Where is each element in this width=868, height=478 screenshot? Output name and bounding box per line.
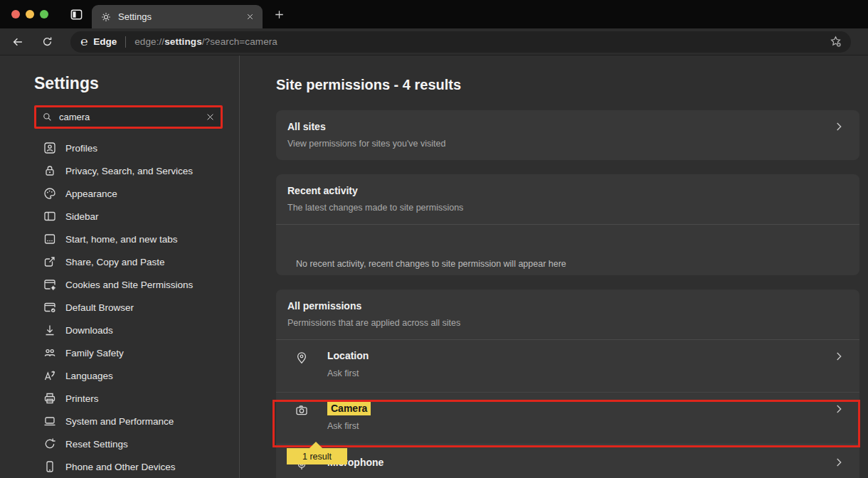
address-bar[interactable]: ℮ Edge edge://settings/?search=camera bbox=[70, 31, 851, 53]
edge-logo-icon: ℮ bbox=[80, 36, 88, 48]
phone-devices-icon bbox=[43, 460, 57, 474]
window-controls bbox=[11, 10, 48, 18]
all-permissions-card: All permissions Permissions that are app… bbox=[276, 290, 859, 478]
recent-activity-subtitle: The latest changes made to site permissi… bbox=[287, 203, 848, 213]
search-input[interactable] bbox=[59, 112, 199, 122]
reload-icon[interactable] bbox=[41, 36, 53, 48]
sidebar-item-default-browser[interactable]: Default Browser bbox=[0, 296, 239, 319]
chevron-right-icon[interactable] bbox=[832, 403, 845, 415]
sidebar-item-phone-devices[interactable]: Phone and Other Devices bbox=[0, 455, 239, 478]
sidebar-item-label: Languages bbox=[65, 371, 113, 381]
languages-icon bbox=[43, 368, 57, 383]
sidebar-item-appearance[interactable]: Appearance bbox=[0, 182, 239, 205]
browser-label: Edge bbox=[93, 36, 117, 47]
share-copy-paste-icon bbox=[43, 255, 57, 269]
printer-icon bbox=[43, 391, 57, 405]
page-title: Site permissions - 4 results bbox=[276, 77, 868, 93]
settings-sidebar: Settings Pr bbox=[0, 55, 240, 478]
title-bar: Settings bbox=[0, 0, 868, 28]
url-query: /?search=camera bbox=[202, 36, 277, 47]
sidebar-item-reset-settings[interactable]: Reset Settings bbox=[0, 432, 239, 455]
sidebar-item-label: Sidebar bbox=[65, 211, 99, 222]
start-home-tabs-icon bbox=[43, 232, 57, 246]
sidebar-item-label: Phone and Other Devices bbox=[65, 462, 176, 472]
chevron-right-icon[interactable] bbox=[832, 456, 845, 469]
sidebar-item-languages[interactable]: Languages bbox=[0, 364, 239, 387]
sidebar-item-label: Family Safety bbox=[65, 348, 124, 358]
recent-activity-title: Recent activity bbox=[287, 185, 848, 196]
camera-icon bbox=[295, 403, 309, 418]
sidebar-item-label: Printers bbox=[65, 393, 99, 404]
sidebar-item-label: System and Performance bbox=[65, 416, 174, 427]
all-sites-card[interactable]: All sites View permissions for sites you… bbox=[276, 110, 859, 160]
sidebar-item-label: Start, home, and new tabs bbox=[65, 234, 178, 245]
back-icon[interactable] bbox=[11, 36, 24, 48]
all-sites-subtitle: View permissions for sites you've visite… bbox=[287, 139, 848, 149]
permission-row-camera[interactable]: Camera Ask first bbox=[276, 392, 859, 444]
url-separator bbox=[125, 36, 126, 48]
cookies-permissions-icon bbox=[43, 277, 57, 292]
chevron-right-icon[interactable] bbox=[832, 120, 845, 133]
sidebar-item-system-performance[interactable]: System and Performance bbox=[0, 410, 239, 432]
recent-activity-card: Recent activity The latest changes made … bbox=[276, 174, 859, 275]
sidebar-item-cookies-permissions[interactable]: Cookies and Site Permissions bbox=[0, 273, 239, 296]
sidebar-item-privacy[interactable]: Privacy, Search, and Services bbox=[0, 159, 239, 182]
sidebar-item-sidebar[interactable]: Sidebar bbox=[0, 205, 239, 228]
sidebar-item-printers[interactable]: Printers bbox=[0, 387, 239, 410]
permission-row-location[interactable]: Location Ask first bbox=[276, 340, 859, 392]
sidebar-item-share-copy-paste[interactable]: Share, Copy and Paste bbox=[0, 250, 239, 273]
close-tab-icon[interactable] bbox=[246, 13, 254, 21]
sidebar-item-label: Appearance bbox=[65, 188, 117, 199]
minimize-window-button[interactable] bbox=[26, 10, 34, 18]
all-permissions-subtitle: Permissions that are applied across all … bbox=[287, 318, 848, 328]
sidebar-item-label: Default Browser bbox=[65, 302, 134, 313]
sidebar-title: Settings bbox=[34, 74, 239, 93]
permission-status: Ask first bbox=[327, 368, 369, 378]
gear-icon bbox=[100, 11, 112, 23]
default-browser-icon bbox=[43, 300, 57, 314]
all-permissions-title: All permissions bbox=[287, 300, 848, 312]
downloads-icon bbox=[43, 323, 57, 337]
permission-status: Ask first bbox=[327, 421, 371, 431]
sidebar-item-start-home-tabs[interactable]: Start, home, and new tabs bbox=[0, 228, 239, 250]
tab-settings[interactable]: Settings bbox=[92, 5, 263, 28]
search-icon bbox=[42, 112, 53, 122]
appearance-palette-icon bbox=[43, 186, 57, 201]
family-safety-icon bbox=[43, 346, 57, 360]
search-result-count-badge: 1 result bbox=[287, 448, 347, 464]
url-host: settings bbox=[164, 36, 202, 47]
profiles-icon bbox=[43, 141, 57, 155]
sidebar-item-label: Privacy, Search, and Services bbox=[65, 166, 193, 176]
sidebar-item-label: Share, Copy and Paste bbox=[65, 257, 165, 267]
highlighted-search-match: Camera bbox=[327, 401, 371, 415]
permission-label: Location bbox=[327, 350, 369, 361]
tab-sidebar-toggle-icon[interactable] bbox=[70, 8, 83, 21]
privacy-lock-icon bbox=[43, 164, 57, 178]
all-sites-title: All sites bbox=[287, 121, 848, 132]
settings-search-box[interactable] bbox=[34, 105, 223, 129]
new-tab-button[interactable] bbox=[274, 9, 285, 20]
chevron-right-icon[interactable] bbox=[832, 350, 845, 363]
system-performance-icon bbox=[43, 414, 57, 428]
add-favorite-star-icon[interactable] bbox=[829, 35, 842, 48]
close-window-button[interactable] bbox=[11, 10, 20, 18]
sidebar-nav: Profiles Privacy, Search, and Services bbox=[0, 137, 239, 478]
zoom-window-button[interactable] bbox=[40, 10, 48, 18]
sidebar-item-downloads[interactable]: Downloads bbox=[0, 319, 239, 341]
tab-title: Settings bbox=[118, 11, 240, 22]
navigation-bar: ℮ Edge edge://settings/?search=camera bbox=[0, 28, 868, 55]
sidebar-item-label: Cookies and Site Permissions bbox=[65, 280, 193, 290]
sidebar-item-family-safety[interactable]: Family Safety bbox=[0, 341, 239, 364]
clear-search-icon[interactable] bbox=[206, 112, 215, 122]
sidebar-item-label: Reset Settings bbox=[65, 439, 128, 450]
recent-activity-empty-text: No recent activity, recent changes to si… bbox=[276, 225, 859, 285]
sidebar-item-profiles[interactable]: Profiles bbox=[0, 137, 239, 159]
url-text: edge://settings/?search=camera bbox=[134, 36, 277, 47]
url-scheme: edge:// bbox=[134, 36, 164, 47]
location-pin-icon bbox=[295, 351, 309, 365]
sidebar-item-label: Downloads bbox=[65, 325, 113, 336]
reset-icon bbox=[43, 437, 57, 451]
permission-row-microphone[interactable]: Microphone bbox=[276, 444, 859, 478]
sidebar-panel-icon bbox=[43, 209, 57, 223]
settings-main-panel: Site permissions - 4 results All sites V… bbox=[240, 55, 868, 478]
